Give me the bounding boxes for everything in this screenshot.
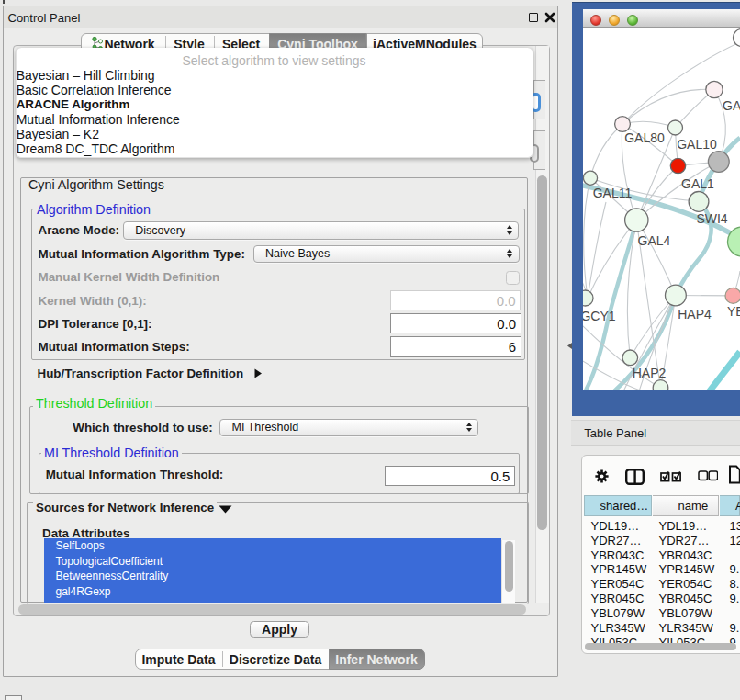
svg-text:GAL7: GAL7 xyxy=(723,98,740,113)
svg-text:GAL80: GAL80 xyxy=(624,130,665,145)
svg-text:GCY1: GCY1 xyxy=(583,309,616,323)
svg-text:GAL1: GAL1 xyxy=(681,176,714,191)
svg-text:GAL10: GAL10 xyxy=(677,137,717,152)
svg-text:GAL4: GAL4 xyxy=(638,233,671,248)
svg-text:HAP2: HAP2 xyxy=(633,366,667,380)
svg-text:YEL0: YEL0 xyxy=(727,304,740,319)
svg-text:HAP4: HAP4 xyxy=(678,307,712,322)
svg-text:GAL11: GAL11 xyxy=(593,186,633,200)
svg-text:SWI4: SWI4 xyxy=(696,211,727,226)
